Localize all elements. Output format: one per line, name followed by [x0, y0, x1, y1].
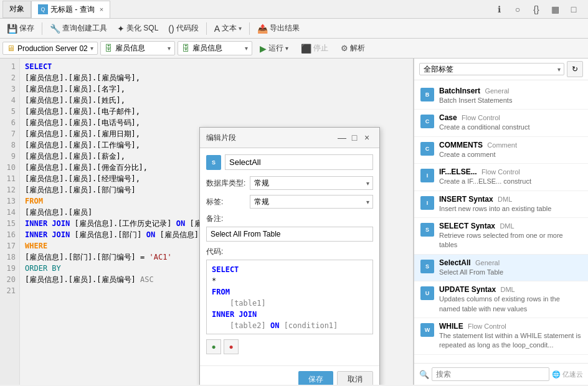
- db1-select[interactable]: 🗄 雇员信息 ▾: [100, 41, 175, 55]
- snippet-text-insert: INSERT Syntax DML Insert new rows into a…: [439, 195, 582, 214]
- db-type-label: 数据库类型:: [206, 178, 250, 189]
- snippet-icon-ifelse: I: [420, 169, 434, 182]
- refresh-icon: ↻: [572, 65, 578, 73]
- db-type-row: 数据库类型: 常规 ▾: [206, 176, 373, 190]
- code-section: 代码: SELECT * FROM [table1] INNER JOIN [t…: [206, 247, 373, 334]
- snippet-item-ifelse[interactable]: I IF...ELSE... Flow Control Create a IF.…: [414, 164, 588, 191]
- snippet-icon-batchinsert: B: [420, 88, 434, 101]
- modal-save-btn[interactable]: 保存: [298, 371, 333, 385]
- toolbar-sep-2: [206, 22, 207, 35]
- snippet-desc-selectall: Select All From Table: [439, 268, 582, 277]
- snippet-title-comments: COMMENTS Comment: [439, 141, 582, 149]
- logo-text: 🌐 亿速云: [552, 370, 583, 379]
- snippet-icon-insert: I: [420, 196, 434, 210]
- modal-close-btn[interactable]: ×: [361, 131, 373, 144]
- snippet-item-select[interactable]: S SELECT Syntax DML Retrieve rows select…: [414, 218, 588, 255]
- info-icon[interactable]: ℹ: [492, 2, 506, 16]
- note-section: 备注:: [206, 214, 373, 247]
- db-toolbar: 🖥 Production Server 02 ▾ 🗄 雇员信息 ▾ 🗄 雇员信息…: [0, 39, 588, 59]
- export-icon: 📤: [257, 24, 268, 34]
- tab-query[interactable]: Q 无标题 - 查询 ×: [31, 1, 110, 18]
- snippet-item-comments[interactable]: C COMMENTS Comment Create a comment: [414, 137, 588, 164]
- refresh-btn[interactable]: ↻: [567, 61, 583, 77]
- toolbar-sep-3: [249, 22, 250, 35]
- title-bar: 对象 Q 无标题 - 查询 × ℹ ○ {} ▦ □: [0, 0, 588, 19]
- query-tab-icon: Q: [38, 4, 48, 14]
- modal-red-dot-btn[interactable]: ●: [224, 339, 239, 354]
- snippet-desc-while: The statement list within a WHILE statem…: [439, 331, 582, 351]
- modal-title: 编辑片段: [206, 133, 336, 143]
- modal-cancel-btn[interactable]: 取消: [337, 371, 373, 385]
- snippet-text-batchinsert: BatchInsert General Batch Insert Stateme…: [439, 87, 582, 105]
- note-input[interactable]: [206, 227, 373, 242]
- circle-icon[interactable]: ○: [511, 2, 524, 16]
- snippet-text-comments: COMMENTS Comment Create a comment: [439, 141, 582, 159]
- tab-object[interactable]: 对象: [2, 1, 31, 18]
- code-editor[interactable]: 12345 678910 1112131415 1617181920 21 SE…: [0, 59, 414, 385]
- modal-toolbar: ● ●: [206, 339, 373, 354]
- code-label: 代码:: [206, 247, 373, 257]
- run-icon: ▶: [260, 44, 267, 54]
- run-button[interactable]: ▶ 运行 ▾: [255, 42, 293, 55]
- save-button[interactable]: 💾 保存: [2, 21, 39, 35]
- export-button[interactable]: 📤 导出结果: [253, 21, 304, 35]
- snippet-modal-icon: S: [206, 155, 221, 170]
- snippet-icon-text: S: [212, 159, 216, 166]
- window-icon[interactable]: □: [567, 2, 581, 16]
- snippet-text-update: UPDATE Syntax DML Updates columns of exi…: [439, 285, 582, 314]
- text-dropdown-arrow: ▾: [239, 25, 242, 32]
- snippet-icon-update: U: [420, 286, 434, 300]
- beautify-icon: ✦: [117, 24, 125, 34]
- run-label: 运行: [268, 43, 283, 54]
- snippet-title-insert: INSERT Syntax DML: [439, 195, 582, 204]
- modal-titlebar: 编辑片段 — □ ×: [200, 128, 379, 148]
- note-label: 备注:: [206, 214, 373, 224]
- snippet-icon-case: C: [420, 115, 434, 128]
- right-header: 全部标签 ▾ ↻: [414, 59, 588, 80]
- snippet-text-select: SELECT Syntax DML Retrieve rows selected…: [439, 222, 582, 250]
- db2-select[interactable]: 🗄 雇员信息 ▾: [178, 41, 252, 55]
- snippet-item-update[interactable]: U UPDATE Syntax DML Updates columns of e…: [414, 281, 588, 318]
- text-icon: A: [214, 24, 220, 34]
- query-builder-button[interactable]: 🔧 查询创建工具: [45, 21, 111, 35]
- snippet-icon-selectall: S: [420, 260, 434, 273]
- tag-filter-select[interactable]: 全部标签: [419, 63, 564, 75]
- beautify-button[interactable]: ✦ 美化 SQL: [113, 21, 163, 35]
- db1-arrow: ▾: [168, 45, 171, 52]
- server-select[interactable]: 🖥 Production Server 02 ▾: [2, 42, 98, 55]
- modal-minimize-btn[interactable]: —: [336, 131, 348, 144]
- snippet-item-batchinsert[interactable]: B BatchInsert General Batch Insert State…: [414, 83, 588, 110]
- snippet-title-case: Case Flow Control: [439, 113, 582, 122]
- snippet-item-insert[interactable]: I INSERT Syntax DML Insert new rows into…: [414, 191, 588, 218]
- db1-icon: 🗄: [105, 44, 113, 53]
- title-icons: ℹ ○ {} ▦ □: [492, 2, 586, 16]
- snippet-item-while[interactable]: W WHILE Flow Control The statement list …: [414, 318, 588, 355]
- tag-select-field[interactable]: 常规: [250, 195, 373, 209]
- stop-button[interactable]: ⬛ 停止: [296, 42, 333, 55]
- snippet-desc-ifelse: Create a IF...ELSE... construct: [439, 177, 582, 186]
- text-button[interactable]: A 文本 ▾: [210, 21, 246, 35]
- snippet-search-input[interactable]: [432, 367, 549, 381]
- db-type-select[interactable]: 常规: [250, 176, 373, 190]
- db2-icon: 🗄: [182, 44, 190, 53]
- grid-icon[interactable]: ▦: [548, 2, 562, 16]
- right-panel: 全部标签 ▾ ↻ B BatchInsert General Batch Ins…: [414, 59, 588, 385]
- main-layout: 12345 678910 1112131415 1617181920 21 SE…: [0, 59, 588, 385]
- code-segment-button[interactable]: () 代码段: [164, 21, 202, 35]
- modal-green-dot-btn[interactable]: ●: [206, 339, 221, 354]
- modal-code-line: FROM: [212, 286, 368, 298]
- server-icon: 🖥: [7, 44, 15, 53]
- main-toolbar: 💾 保存 🔧 查询创建工具 ✦ 美化 SQL () 代码段 A 文本 ▾ 📤 导…: [0, 19, 588, 39]
- tag-select-wrapper: 常规 ▾: [250, 195, 373, 209]
- tab-close-btn[interactable]: ×: [100, 6, 103, 13]
- snippet-name-input[interactable]: [225, 154, 373, 170]
- braces-icon[interactable]: {}: [529, 2, 543, 16]
- snippet-item-selectall[interactable]: S SelectAll General Select All From Tabl…: [414, 255, 588, 281]
- explain-button[interactable]: ⚙ 解析: [336, 42, 370, 55]
- modal-name-row: S: [206, 154, 373, 170]
- db-type-select-wrapper: 常规 ▾: [250, 176, 373, 190]
- snippet-title-ifelse: IF...ELSE... Flow Control: [439, 167, 582, 176]
- modal-maximize-btn[interactable]: □: [348, 131, 361, 144]
- snippet-item-case[interactable]: C Case Flow Control Create a conditional…: [414, 110, 588, 136]
- code-box[interactable]: SELECT * FROM [table1] INNER JOIN [table…: [206, 260, 373, 334]
